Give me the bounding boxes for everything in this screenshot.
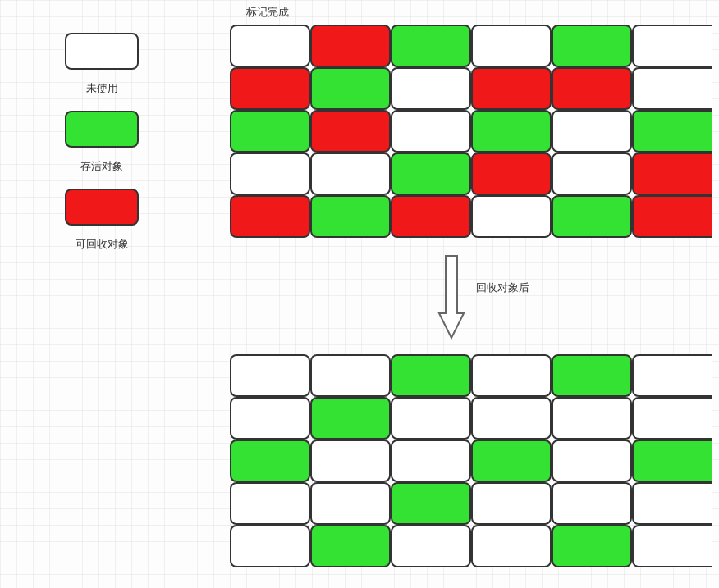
grid-before-cell (471, 195, 552, 238)
grid-after-cell (471, 354, 552, 397)
grid-after-cell (230, 354, 310, 397)
grid-before-cell (391, 153, 471, 195)
grid-before-cell (391, 110, 471, 153)
grid-before-title: 标记完成 (246, 5, 289, 20)
grid-before-cell (552, 110, 632, 153)
grid-before-cell (230, 25, 310, 67)
grid-after-cell (632, 525, 712, 567)
grid-after-cell (391, 440, 471, 482)
grid-after-cell (310, 354, 391, 397)
grid-after-cell (552, 525, 632, 567)
grid-after-cell (471, 440, 552, 482)
grid-after-cell (632, 354, 712, 397)
legend-swatch-alive (65, 111, 139, 148)
legend-item-alive: 存活对象 (36, 111, 167, 174)
grid-before-cell (552, 25, 632, 67)
grid-after-cell (471, 397, 552, 440)
grid-before-cell (230, 110, 310, 153)
legend-swatch-recyclable (65, 189, 139, 226)
grid-before-cell (632, 25, 712, 67)
grid-after-cell (632, 482, 712, 525)
legend-label-alive: 存活对象 (36, 159, 167, 174)
grid-after-cell (632, 397, 712, 440)
grid-after-cell (310, 440, 391, 482)
grid-after-cell (552, 397, 632, 440)
grid-before-cell (471, 153, 552, 195)
grid-before-cell (310, 110, 391, 153)
grid-after-cell (471, 482, 552, 525)
grid-after-cell (552, 482, 632, 525)
legend-swatch-unused (65, 33, 139, 70)
grid-before (230, 25, 712, 238)
grid-after-cell (230, 397, 310, 440)
legend-label-recyclable: 可回收对象 (36, 237, 167, 252)
grid-after-cell (471, 525, 552, 567)
arrow-down-icon (435, 253, 468, 343)
grid-after-cell (230, 482, 310, 525)
grid-before-cell (471, 67, 552, 110)
grid-after-cell (391, 525, 471, 567)
grid-before-cell (471, 110, 552, 153)
grid-after-cell (391, 354, 471, 397)
legend-item-recyclable: 可回收对象 (36, 189, 167, 252)
grid-after-cell (310, 482, 391, 525)
legend-panel: 未使用 存活对象 可回收对象 (36, 33, 167, 267)
grid-before-cell (632, 110, 712, 153)
grid-before-cell (391, 25, 471, 67)
grid-after-cell (391, 482, 471, 525)
grid-after-cell (552, 354, 632, 397)
grid-after-cell (552, 440, 632, 482)
grid-before-cell (632, 153, 712, 195)
grid-before-cell (230, 153, 310, 195)
grid-before-cell (310, 153, 391, 195)
grid-after-cell (230, 440, 310, 482)
grid-before-cell (391, 195, 471, 238)
svg-rect-0 (446, 256, 457, 313)
grid-before-cell (471, 25, 552, 67)
grid-after-cell (310, 397, 391, 440)
grid-before-cell (632, 67, 712, 110)
grid-after (230, 354, 712, 567)
grid-before-cell (230, 67, 310, 110)
grid-before-cell (310, 195, 391, 238)
legend-label-unused: 未使用 (36, 81, 167, 96)
grid-after-cell (391, 397, 471, 440)
grid-before-cell (310, 25, 391, 67)
svg-marker-1 (439, 313, 464, 338)
grid-before-cell (552, 67, 632, 110)
grid-before-cell (632, 195, 712, 238)
grid-after-cell (632, 440, 712, 482)
grid-before-cell (552, 153, 632, 195)
grid-after-cell (310, 525, 391, 567)
grid-before-cell (230, 195, 310, 238)
svg-rect-2 (447, 310, 456, 315)
grid-before-cell (552, 195, 632, 238)
grid-before-cell (391, 67, 471, 110)
grid-before-cell (310, 67, 391, 110)
grid-after-cell (230, 525, 310, 567)
arrow-label: 回收对象后 (476, 280, 529, 295)
legend-item-unused: 未使用 (36, 33, 167, 96)
